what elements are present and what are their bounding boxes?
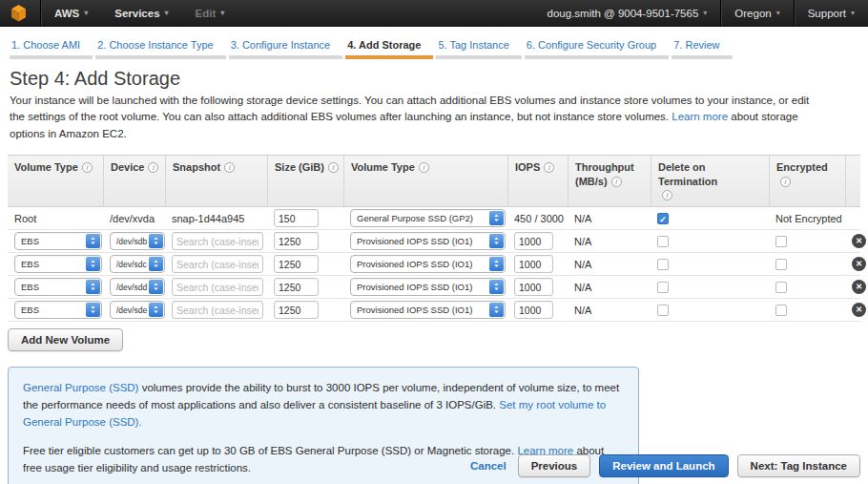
- volume-kind-select[interactable]: EBS▲▼: [14, 255, 102, 273]
- encrypted-checkbox[interactable]: [775, 282, 787, 293]
- info-icon[interactable]: i: [544, 162, 554, 173]
- menu-services[interactable]: Services ▾: [101, 0, 181, 26]
- selected-volume-type: Provisioned IOPS SSD (IO1): [357, 259, 472, 269]
- wizard-footer: Cancel Previous Review and Launch Next: …: [470, 454, 860, 477]
- table-header-row: Volume Typei Devicei Snapshoti Size (GiB…: [8, 155, 860, 208]
- tab-tag-instance[interactable]: 5. Tag Instance: [436, 35, 521, 59]
- account-menu[interactable]: doug.smith @ 9004-9501-7565 ▾: [534, 0, 721, 26]
- info-icon[interactable]: i: [780, 177, 791, 187]
- volume-type-select[interactable]: Provisioned IOPS SSD (IO1)▲▼: [350, 301, 506, 319]
- remove-volume-icon[interactable]: ✕: [852, 303, 866, 317]
- throughput-label: N/A: [568, 305, 651, 316]
- aws-cube-icon: [10, 5, 27, 22]
- next-tag-instance-button[interactable]: Next: Tag Instance: [737, 454, 860, 477]
- tab-choose-instance-type[interactable]: 2. Choose Instance Type: [95, 35, 226, 59]
- iops-input[interactable]: [514, 278, 553, 296]
- select-stepper-icon: ▲▼: [149, 303, 163, 317]
- info-icon[interactable]: i: [662, 190, 672, 200]
- volume-kind-select[interactable]: EBS▲▼: [14, 278, 102, 296]
- info-icon[interactable]: i: [419, 162, 429, 173]
- delete-on-termination-checkbox[interactable]: [657, 259, 669, 270]
- snapshot-search-input[interactable]: [172, 232, 263, 250]
- throughput-label: N/A: [568, 259, 651, 270]
- size-input[interactable]: [274, 301, 319, 319]
- selected-volume-type: Provisioned IOPS SSD (IO1): [357, 282, 472, 292]
- support-menu[interactable]: Support ▾: [795, 0, 868, 26]
- select-stepper-icon: ▲▼: [489, 303, 504, 317]
- review-and-launch-button[interactable]: Review and Launch: [599, 454, 728, 477]
- snapshot-search-input[interactable]: [172, 278, 263, 296]
- remove-volume-icon[interactable]: ✕: [852, 234, 866, 248]
- delete-on-termination-checkbox[interactable]: [657, 282, 669, 293]
- table-row-ebs: EBS▲▼ /dev/sdb▲▼ Provisioned IOPS SSD (I…: [8, 230, 860, 253]
- header-snapshot: Snapshoti: [165, 156, 267, 207]
- remove-volume-icon[interactable]: ✕: [852, 257, 866, 271]
- info-icon[interactable]: i: [328, 162, 339, 173]
- table-row-ebs: EBS▲▼ /dev/sdd▲▼ Provisioned IOPS SSD (I…: [8, 276, 860, 299]
- chevron-down-icon: ▾: [851, 10, 855, 17]
- select-stepper-icon: ▲▼: [489, 234, 504, 248]
- volume-kind-select[interactable]: EBS▲▼: [14, 232, 102, 250]
- encrypted-checkbox[interactable]: [775, 259, 787, 270]
- tab-review[interactable]: 7. Review: [672, 35, 732, 59]
- iops-input[interactable]: [514, 301, 553, 319]
- device-select[interactable]: /dev/sdd▲▼: [110, 278, 165, 296]
- info-icon[interactable]: i: [82, 162, 93, 173]
- volume-kind-select[interactable]: EBS▲▼: [14, 301, 102, 319]
- size-input[interactable]: [274, 278, 319, 296]
- header-encrypted: Encryptedi: [769, 156, 845, 207]
- select-stepper-icon: ▲▼: [149, 234, 163, 248]
- root-throughput-label: N/A: [568, 213, 651, 224]
- tab-add-storage[interactable]: 4. Add Storage: [345, 35, 433, 59]
- menu-aws[interactable]: AWS ▾: [41, 0, 101, 26]
- add-new-volume-button[interactable]: Add New Volume: [8, 328, 123, 351]
- previous-button[interactable]: Previous: [518, 454, 591, 477]
- size-input[interactable]: [274, 255, 319, 273]
- info-paragraph-1: General Purpose (SSD) volumes provide th…: [23, 380, 624, 431]
- menu-edit-label: Edit: [196, 8, 217, 19]
- menu-edit[interactable]: Edit ▾: [182, 0, 238, 26]
- volume-type-select[interactable]: Provisioned IOPS SSD (IO1)▲▼: [350, 232, 506, 250]
- encrypted-checkbox[interactable]: [775, 305, 787, 316]
- info-icon[interactable]: i: [611, 177, 622, 187]
- header-size: Size (GiB)i: [267, 156, 343, 207]
- delete-on-termination-checkbox[interactable]: [657, 236, 669, 247]
- tab-configure-security-group[interactable]: 6. Configure Security Group: [525, 35, 669, 59]
- size-input[interactable]: [274, 209, 319, 227]
- aws-logo[interactable]: [0, 0, 40, 26]
- header-throughput: Throughput(MB/s)i: [568, 156, 651, 207]
- delete-on-termination-checkbox[interactable]: ✓: [657, 213, 669, 224]
- learn-more-link[interactable]: Learn more: [672, 111, 728, 122]
- selected-device: /dev/sdb: [116, 237, 147, 246]
- volume-type-select[interactable]: General Purpose SSD (GP2) ▲▼: [350, 209, 506, 227]
- volume-type-select[interactable]: Provisioned IOPS SSD (IO1)▲▼: [350, 255, 506, 273]
- remove-volume-icon[interactable]: ✕: [852, 280, 866, 294]
- menu-aws-label: AWS: [54, 8, 79, 19]
- snapshot-search-input[interactable]: [172, 301, 263, 319]
- tab-configure-instance[interactable]: 3. Configure Instance: [229, 35, 343, 59]
- device-select[interactable]: /dev/sde▲▼: [110, 301, 165, 319]
- selected-volume-type: Provisioned IOPS SSD (IO1): [357, 236, 472, 246]
- selected-device: /dev/sdd: [116, 283, 147, 292]
- volume-type-select[interactable]: Provisioned IOPS SSD (IO1)▲▼: [350, 278, 506, 296]
- tab-choose-ami[interactable]: 1. Choose AMI: [10, 35, 93, 59]
- size-input[interactable]: [274, 232, 319, 250]
- device-select[interactable]: /dev/sdc▲▼: [110, 255, 165, 273]
- iops-input[interactable]: [514, 232, 553, 250]
- selected-volume-kind: EBS: [21, 259, 39, 269]
- info-icon[interactable]: i: [148, 162, 158, 173]
- device-select[interactable]: /dev/sdb▲▼: [110, 232, 165, 250]
- chevron-down-icon: ▾: [776, 10, 780, 17]
- delete-on-termination-checkbox[interactable]: [657, 305, 669, 316]
- region-menu[interactable]: Oregon ▾: [721, 0, 793, 26]
- cancel-link[interactable]: Cancel: [470, 460, 506, 472]
- select-stepper-icon: ▲▼: [86, 234, 100, 248]
- wizard-step-tabs: 1. Choose AMI 2. Choose Instance Type 3.…: [0, 27, 868, 59]
- iops-input[interactable]: [514, 255, 553, 273]
- encrypted-checkbox[interactable]: [775, 236, 787, 247]
- general-purpose-ssd-link[interactable]: General Purpose (SSD): [23, 382, 138, 393]
- info-icon[interactable]: i: [224, 162, 235, 173]
- region-label: Oregon: [734, 8, 771, 19]
- snapshot-search-input[interactable]: [172, 255, 263, 273]
- select-stepper-icon: ▲▼: [86, 280, 100, 294]
